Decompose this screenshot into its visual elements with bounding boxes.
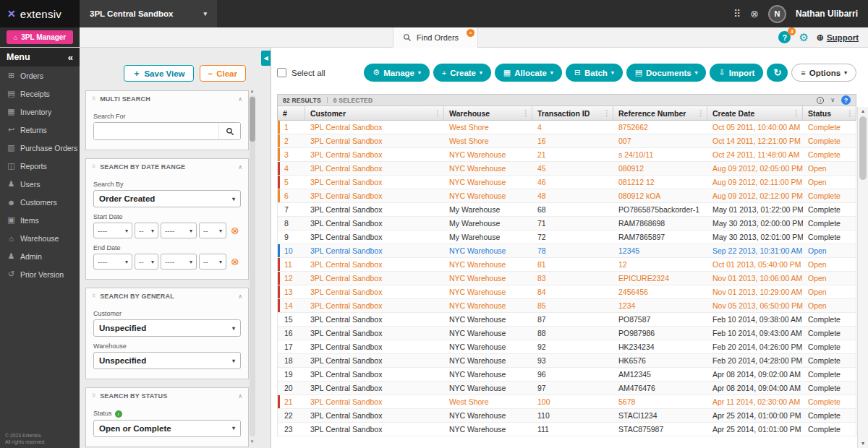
table-row[interactable]: 53PL Central SandboxNYC Warehouse4608121… [278, 176, 856, 189]
drag-handle-icon[interactable]: ⠿ [92, 393, 95, 399]
clear-date-icon[interactable]: ⊗ [231, 257, 239, 267]
search-by-select[interactable]: Order Created ▾ [93, 190, 241, 207]
sidebar-item-receipts[interactable]: ▤Receipts [0, 85, 80, 103]
column-header-status[interactable]: Status⋮ [803, 106, 856, 120]
chevron-up-icon[interactable]: ∧ [238, 393, 242, 400]
select-all-checkbox[interactable] [277, 68, 286, 77]
drag-handle-icon[interactable]: ⠿ [92, 293, 95, 299]
sidebar-item-customers[interactable]: ☻Customers [0, 193, 80, 211]
column-header-warehouse[interactable]: Warehouse⋮ [444, 106, 532, 120]
column-menu-icon[interactable]: ⋮ [846, 109, 854, 117]
chevron-up-icon[interactable]: ∧ [238, 96, 242, 103]
table-row[interactable]: 153PL Central SandboxNYC Warehouse87PO87… [278, 313, 856, 327]
table-row[interactable]: 233PL Central SandboxNYC Warehouse111STA… [278, 423, 856, 436]
table-row[interactable]: 63PL Central SandboxNYC Warehouse4808091… [278, 189, 856, 203]
grid-help-icon[interactable]: ? [841, 95, 851, 105]
start-year-select[interactable]: ----▾ [93, 223, 132, 238]
user-name[interactable]: Nathan Ulibarri [796, 9, 858, 19]
chevron-up-icon[interactable]: ∧ [238, 164, 242, 171]
column-menu-icon[interactable]: ⋮ [697, 109, 705, 117]
allocate-button[interactable]: ▦Allocate▾ [495, 64, 562, 82]
column-menu-icon[interactable]: ⋮ [603, 109, 610, 117]
import-button[interactable]: ⇩Import [710, 64, 763, 82]
sidebar-item-users[interactable]: ♟Users [0, 175, 80, 193]
table-row[interactable]: 93PL Central SandboxMy Warehouse72RAM786… [278, 231, 856, 244]
chevron-down-icon[interactable]: ∨ [830, 97, 835, 103]
start-day-select[interactable]: ----▾ [161, 223, 197, 238]
drag-handle-icon[interactable]: ⠿ [92, 164, 95, 170]
clear-date-icon[interactable]: ⊗ [231, 225, 239, 236]
org-selector[interactable]: 3PL Central Sandbox ▾ [80, 0, 217, 27]
scroll-down-icon[interactable]: ▾ [861, 439, 864, 448]
table-row[interactable]: 193PL Central SandboxNYC Warehouse96AM12… [278, 368, 856, 382]
table-row[interactable]: 183PL Central SandboxNYC Warehouse93HK65… [278, 354, 856, 368]
table-row[interactable]: 33PL Central SandboxNYC Warehouse21s 24/… [278, 148, 856, 162]
column-header-customer[interactable]: Customer⋮ [305, 106, 444, 120]
column-menu-icon[interactable]: ⋮ [434, 109, 441, 117]
scrollbar-thumb[interactable] [250, 97, 255, 142]
end-time-select[interactable]: --▾ [199, 254, 226, 270]
table-row[interactable]: 133PL Central SandboxNYC Warehouse842456… [278, 285, 856, 299]
table-row[interactable]: 73PL Central SandboxMy Warehouse68PO7865… [278, 203, 856, 217]
sidebar-collapse-icon[interactable]: « [68, 52, 73, 63]
end-day-select[interactable]: ----▾ [161, 254, 197, 270]
table-row[interactable]: 83PL Central SandboxMy Warehouse71RAM786… [278, 217, 856, 231]
table-row[interactable]: 213PL Central SandboxWest Shore1005678Ap… [278, 395, 856, 409]
scroll-down-icon[interactable]: ▾ [251, 438, 254, 444]
table-row[interactable]: 143PL Central SandboxNYC Warehouse851234… [278, 299, 856, 313]
help-icon[interactable]: ? 3 [778, 31, 791, 43]
table-row[interactable]: 13PL Central SandboxWest Shore48752662Oc… [278, 121, 856, 134]
table-row[interactable]: 113PL Central SandboxNYC Warehouse8112Oc… [278, 258, 856, 272]
scroll-up-icon[interactable]: ▴ [251, 87, 254, 94]
sidebar-item-inventory[interactable]: ▦Inventory [0, 103, 80, 121]
drag-handle-icon[interactable]: ⠿ [92, 96, 95, 102]
end-year-select[interactable]: ----▾ [93, 254, 132, 270]
sidebar-item-reports[interactable]: ◫Reports [0, 157, 80, 175]
end-month-select[interactable]: --▾ [135, 254, 158, 270]
warehouse-select[interactable]: Unspecified ▾ [93, 352, 241, 369]
documents-button[interactable]: ▤Documents▾ [626, 64, 707, 82]
sidebar-item-admin[interactable]: ♟Admin [0, 247, 80, 265]
table-row[interactable]: 123PL Central SandboxNYC Warehouse83EPIC… [278, 272, 856, 285]
table-row[interactable]: 203PL Central SandboxNYC Warehouse97AM47… [278, 382, 856, 395]
table-row[interactable]: 223PL Central SandboxNYC Warehouse110STA… [278, 409, 856, 423]
batch-button[interactable]: ⊟Batch▾ [566, 64, 623, 82]
column-header-reference-number[interactable]: Reference Number⋮ [613, 106, 707, 120]
sidebar-item-items[interactable]: ▣Items [0, 211, 80, 229]
search-input[interactable] [94, 123, 218, 139]
sidebar-item-prior-version[interactable]: ↺Prior Version [0, 265, 80, 283]
sidebar-item-returns[interactable]: ↩Returns [0, 121, 80, 139]
sidebar-item-orders[interactable]: ⊞Orders [0, 66, 80, 85]
tab-find-orders[interactable]: Find Orders × [393, 27, 478, 48]
options-button[interactable]: ≡ Options ▾ [791, 64, 856, 82]
apps-grid-icon[interactable]: ⠿ [733, 9, 741, 19]
tab-close-icon[interactable]: × [467, 29, 475, 37]
scrollbar-thumb[interactable] [859, 116, 867, 180]
info-icon[interactable]: i [817, 97, 824, 104]
chevron-up-icon[interactable]: ∧ [238, 293, 242, 300]
panel-collapse-icon[interactable]: ◀ [261, 51, 271, 66]
start-month-select[interactable]: --▾ [135, 223, 158, 238]
table-row[interactable]: 173PL Central SandboxNYC Warehouse92HK23… [278, 340, 856, 354]
circle-x-icon[interactable]: ⊗ [750, 9, 759, 19]
refresh-button[interactable]: ↻ [767, 64, 788, 82]
column-menu-icon[interactable]: ⋮ [793, 109, 800, 117]
avatar[interactable]: N [768, 5, 786, 23]
save-view-button[interactable]: ＋ Save View [124, 65, 194, 82]
support-link[interactable]: ⊕ Support [817, 33, 859, 43]
column-menu-icon[interactable]: ⋮ [522, 109, 529, 117]
table-row[interactable]: 43PL Central SandboxNYC Warehouse4508091… [278, 162, 856, 176]
table-row[interactable]: 163PL Central SandboxNYC Warehouse88PO98… [278, 327, 856, 340]
table-row[interactable]: 23PL Central SandboxWest Shore16007Oct 1… [278, 134, 856, 148]
status-select[interactable]: Open or Complete ▾ [93, 420, 241, 437]
customer-select[interactable]: Unspecified ▾ [93, 319, 241, 337]
create-button[interactable]: +Create▾ [433, 64, 491, 82]
gear-icon[interactable]: ⚙ [799, 32, 808, 43]
column-header-transaction-id[interactable]: Transaction ID⋮ [532, 106, 613, 120]
clear-button[interactable]: − Clear [200, 65, 247, 82]
column-header-num[interactable]: # [278, 106, 305, 120]
scroll-up-icon[interactable]: ▴ [861, 107, 864, 116]
column-header-create-date[interactable]: Create Date⋮ [707, 106, 803, 120]
search-submit-button[interactable] [218, 123, 240, 139]
sidebar-item-purchase-orders[interactable]: ▥Purchase Orders [0, 139, 80, 157]
